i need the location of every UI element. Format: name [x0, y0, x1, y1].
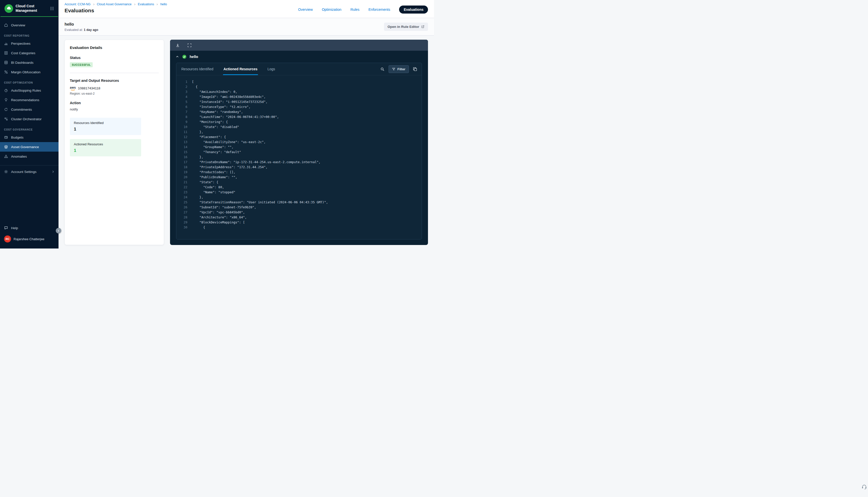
sidebar-item-anomalies[interactable]: Anomalies [0, 152, 58, 161]
sidebar-item-autostopping[interactable]: AutoStopping Rules [0, 86, 58, 95]
governance-top-nav: Overview Optimization Rules Enforcements… [298, 2, 428, 14]
code-line: 28 "Architecture": "x86_64", [180, 215, 417, 220]
code-line: 18 "PrivateIpAddress": "172.31.44.254", [180, 165, 417, 170]
code-line: 14 "GroupName": "", [180, 145, 417, 150]
app-switcher-grid-icon[interactable] [50, 6, 55, 11]
code-line: 3 "AmiLaunchIndex": 0, [180, 89, 417, 94]
tab-overview[interactable]: Overview [298, 8, 313, 12]
user-menu[interactable]: RC Rajarshee Chatterjee [0, 233, 58, 245]
download-icon[interactable] [176, 43, 180, 47]
chevron-right-icon [134, 3, 136, 5]
dashboard-icon [4, 60, 8, 65]
target-resources-label: Target and Output Resources [70, 79, 159, 83]
ccm-logo-icon [4, 4, 13, 13]
sidebar-item-label: Account Settings [11, 170, 37, 174]
breadcrumb-account[interactable]: Account: CCM-NG [65, 2, 91, 6]
gauge-icon [4, 88, 8, 93]
tab-actioned-resources[interactable]: Actioned Resources [223, 63, 258, 75]
tab-evaluations-active[interactable]: Evaluations [399, 5, 428, 14]
sidebar-item-margin-obfuscation[interactable]: Margin Obfuscation [0, 67, 58, 77]
tab-logs[interactable]: Logs [267, 63, 276, 75]
page-title: Evaluations [65, 8, 167, 14]
code-line: 17 "PrivateDnsName": "ip-172-31-44-254.u… [180, 160, 417, 165]
viewer-header-row: hello [170, 51, 428, 63]
external-link-icon [421, 25, 424, 28]
app-title: Cloud Cost Management [16, 4, 47, 13]
actioned-resources-label: Actioned Resources [74, 142, 137, 146]
layers-icon [4, 145, 8, 149]
sidebar-item-commitments[interactable]: Commitments [0, 105, 58, 114]
sidebar-item-perspectives[interactable]: Perspectives [0, 39, 58, 48]
tab-enforcements[interactable]: Enforcements [368, 8, 390, 12]
code-line: 29 "BlockDeviceMappings": [ [180, 220, 417, 225]
code-line: 5 "InstanceId": "i-00512145e7372325d", [180, 99, 417, 104]
help-button[interactable]: Help [0, 223, 58, 233]
sidebar-item-bi-dashboards[interactable]: BI Dashboards [0, 58, 58, 67]
filter-button[interactable]: Filter [389, 65, 409, 73]
viewer-tab-tools: Filter [380, 65, 417, 73]
code-line: 13 "AvailabilityZone": "us-east-2c", [180, 140, 417, 145]
code-line: 19 "ProductCodes": [], [180, 170, 417, 175]
actioned-resources-tile: Actioned Resources 1 [70, 139, 141, 156]
sidebar-collapse-handle[interactable] [56, 228, 61, 233]
tab-resources-identified[interactable]: Resources Identified [181, 63, 214, 75]
sidebar-item-label: Recommendations [11, 98, 39, 102]
main-area: Account: CCM-NG Cloud Asset Governance E… [58, 0, 434, 248]
tab-rules[interactable]: Rules [350, 8, 360, 12]
sidebar-item-label: BI Dashboards [11, 61, 33, 65]
fullscreen-icon[interactable] [187, 43, 192, 47]
breadcrumb-evaluations[interactable]: Evaluations [138, 2, 154, 6]
code-line: 12 "Placement": { [180, 134, 417, 140]
open-in-rule-editor-button[interactable]: Open in Rule Editor [384, 23, 428, 31]
sidebar-item-label: Anomalies [11, 155, 27, 158]
resources-identified-label: Resources Identified [74, 121, 137, 125]
viewer-toolbar [170, 40, 428, 51]
sidebar-item-label: Cluster Orchestrator [11, 117, 42, 121]
code-line: 11 }, [180, 129, 417, 134]
sidebar-section-cost-governance: COST GOVERNANCE [0, 124, 58, 132]
aws-account-id: 108817434118 [78, 86, 100, 90]
sidebar-item-account-settings[interactable]: Account Settings [0, 167, 58, 176]
open-in-rule-editor-label: Open in Rule Editor [388, 25, 419, 29]
sidebar-bottom: Help RC Rajarshee Chatterjee [0, 223, 58, 248]
breadcrumb-cloud-asset-governance[interactable]: Cloud Asset Governance [97, 2, 131, 6]
sidebar-item-overview[interactable]: Overview [0, 20, 58, 30]
chat-icon [4, 226, 8, 230]
funnel-icon [392, 68, 395, 71]
content-area: Evaluation Details Status SUCCESSFUL Tar… [58, 36, 434, 248]
json-code-viewer[interactable]: 1[ 2 { 3 "AmiLaunchIndex": 0, 4 "ImageId… [176, 75, 422, 239]
aws-logo-icon: aws [70, 86, 76, 90]
breadcrumb-current: hello [160, 2, 167, 6]
sidebar-item-label: Budgets [11, 136, 24, 139]
code-line: 15 "Tenancy": "default" [180, 150, 417, 155]
sidebar-item-label: Overview [11, 23, 25, 27]
copy-icon[interactable] [413, 67, 417, 71]
region-text: Region: us-east-2 [70, 92, 159, 95]
sidebar-item-label: AutoStopping Rules [11, 89, 41, 93]
lightbulb-icon [4, 98, 8, 102]
sidebar-item-cluster-orchestrator[interactable]: Cluster Orchestrator [0, 114, 58, 124]
action-label: Action [70, 101, 159, 105]
sidebar-item-label: Perspectives [11, 42, 30, 45]
search-icon[interactable] [380, 67, 384, 71]
refresh-circle-icon [4, 108, 8, 111]
user-name: Rajarshee Chatterjee [14, 237, 44, 241]
chevron-up-icon[interactable] [176, 55, 179, 58]
evaluated-at-value: 1 day ago [84, 28, 98, 32]
sidebar-item-label: Commitments [11, 108, 32, 111]
evaluation-subheader: hello Evaluated at: 1 day ago Open in Ru… [58, 18, 434, 36]
code-line: 21 "State": { [180, 180, 417, 185]
chevron-right-icon [52, 170, 55, 173]
tab-optimization[interactable]: Optimization [322, 8, 341, 12]
action-value: notify [70, 108, 159, 111]
bar-chart-icon [4, 41, 8, 45]
code-line: 24 }, [180, 195, 417, 200]
page-header: Account: CCM-NG Cloud Asset Governance E… [58, 0, 434, 18]
sidebar-item-recommendations[interactable]: Recommendations [0, 95, 58, 105]
help-label: Help [11, 226, 18, 230]
evaluation-details-card: Evaluation Details Status SUCCESSFUL Tar… [65, 40, 164, 245]
sidebar-item-cost-categories[interactable]: Cost Categories [0, 48, 58, 58]
sidebar-item-label: Margin Obfuscation [11, 70, 40, 74]
sidebar-item-asset-governance[interactable]: Asset Governance [0, 142, 58, 152]
sidebar-item-budgets[interactable]: Budgets [0, 132, 58, 142]
